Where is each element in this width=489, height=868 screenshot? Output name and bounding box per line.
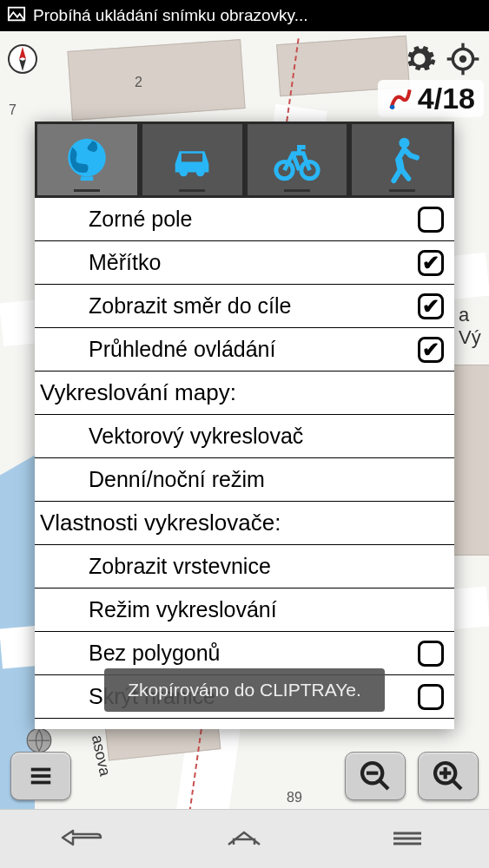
row-label: Bez polygonů [89, 641, 418, 666]
settings-dialog: Zorné poleMěřítkoZobrazit směr do cílePr… [35, 122, 454, 729]
list-item[interactable]: Vektorový vykreslovač [35, 415, 454, 458]
row-label: Denní/noční režim [89, 467, 444, 492]
row-label: Zobrazit vrstevnice [89, 554, 444, 579]
zoom-in-button[interactable] [418, 752, 479, 800]
tab-car[interactable] [142, 124, 242, 195]
row-label: Měřítko [89, 250, 418, 275]
back-button[interactable] [56, 824, 108, 855]
checkbox[interactable] [418, 293, 444, 319]
list-item[interactable]: Zorné pole [35, 198, 454, 241]
tab-bike[interactable] [248, 124, 347, 195]
list-item[interactable]: Měřítko [35, 241, 454, 285]
row-label: Vektorový vykreslovač [89, 424, 444, 449]
list-item[interactable]: Průhledné ovládání [35, 328, 454, 372]
svg-point-16 [399, 138, 409, 148]
list-item[interactable]: Režim vykreslování [35, 589, 454, 632]
settings-icon[interactable] [402, 42, 437, 80]
locate-icon[interactable] [446, 42, 480, 80]
row-label: Zobrazit směr do cíle [89, 293, 418, 319]
settings-list[interactable]: Zorné poleMěřítkoZobrazit směr do cílePr… [35, 198, 454, 729]
map-label: 7 [9, 102, 17, 118]
svg-point-5 [459, 56, 466, 62]
android-nav-bar [0, 809, 489, 868]
track-counter[interactable]: 4/18 [378, 80, 484, 117]
svg-line-26 [453, 780, 461, 789]
checkbox[interactable] [418, 641, 444, 667]
zoom-out-button[interactable] [345, 752, 406, 800]
checkbox[interactable] [418, 337, 444, 363]
svg-line-23 [380, 780, 388, 789]
toast-text: Zkopírováno do CLIPTRAYe. [128, 680, 360, 700]
section-header: Vlastnosti vykreslovače: [35, 502, 454, 545]
list-item[interactable]: Zobrazit směr do cíle [35, 285, 454, 328]
street-label: a Vý [459, 304, 489, 349]
map-label: 89 [287, 790, 302, 806]
row-label: Vykreslování mapy: [40, 379, 444, 406]
status-title: Probíhá ukládání snímku obrazovky... [33, 6, 307, 25]
row-label: Režim vykreslování [89, 597, 444, 622]
section-header: Vykreslování mapy: [35, 372, 454, 415]
svg-point-14 [276, 161, 293, 178]
checkbox[interactable] [418, 250, 444, 276]
map-label: 2 [135, 75, 142, 90]
row-label: Vlastnosti vykreslovače: [40, 510, 444, 536]
toast-message: Zkopírováno do CLIPTRAYe. [104, 668, 385, 712]
row-label: Zorné pole [89, 207, 418, 232]
checkbox[interactable] [418, 207, 444, 233]
checkbox[interactable] [418, 684, 444, 710]
tab-globe[interactable] [37, 124, 137, 195]
counter-text: 4/18 [418, 82, 475, 115]
svg-rect-12 [81, 176, 94, 181]
row-label: Průhledné ovládání [89, 337, 418, 362]
compass-icon[interactable] [5, 42, 40, 76]
list-item[interactable]: Denní/noční režim [35, 458, 454, 502]
status-bar: Probíhá ukládání snímku obrazovky... [0, 0, 489, 31]
picture-icon [7, 4, 26, 28]
menu-button[interactable] [10, 752, 71, 800]
recent-button[interactable] [381, 824, 433, 855]
home-button[interactable] [218, 824, 270, 855]
tab-walk[interactable] [352, 124, 452, 195]
svg-point-10 [390, 104, 394, 108]
profile-tabs [35, 122, 454, 198]
svg-rect-13 [182, 154, 202, 162]
list-item[interactable]: Zobrazit vrstevnice [35, 545, 454, 589]
